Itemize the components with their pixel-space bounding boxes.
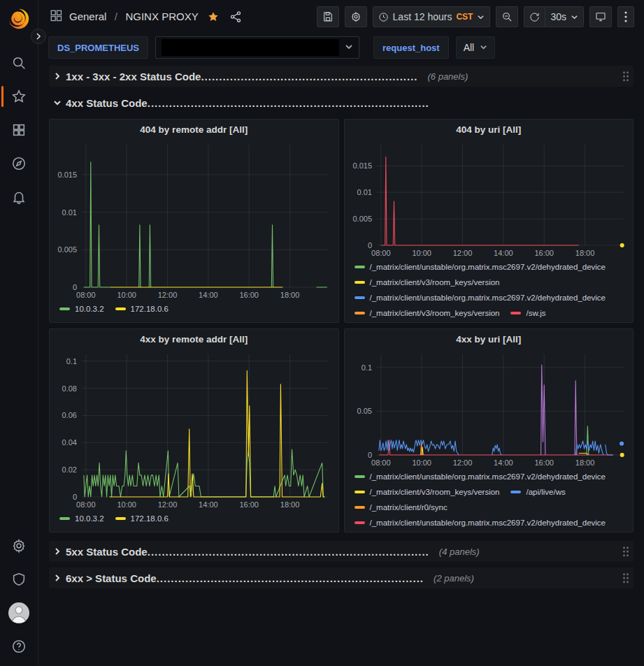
row-header-1xx[interactable]: 1xx - 3xx - 2xx Status Code ............… <box>49 66 634 87</box>
legend-swatch <box>355 281 365 284</box>
monitor-icon <box>595 11 606 22</box>
chart-plot-area[interactable]: 00.0050.010.01508:0010:0012:0014:0016:00… <box>345 139 634 259</box>
legend-swatch <box>59 307 70 310</box>
svg-text:14:00: 14:00 <box>494 458 513 467</box>
row-drag-handle[interactable] <box>622 71 629 82</box>
chart-plot-area[interactable]: 00.020.040.060.080.108:0010:0012:0014:00… <box>50 349 338 511</box>
legend-item[interactable]: 10.0.3.2 <box>59 512 104 525</box>
star-nav-icon[interactable] <box>0 80 38 113</box>
refresh-icon <box>529 12 540 22</box>
save-icon <box>322 11 334 22</box>
svg-text:0.01: 0.01 <box>62 208 77 217</box>
legend-item[interactable]: /_matrix/client/v3/room_keys/version <box>355 276 500 289</box>
chevron-down-icon <box>571 13 578 21</box>
row-header-6xx[interactable]: 6xx > Status Code ......................… <box>49 567 634 588</box>
chart-plot-area[interactable]: 00.050.108:0010:0012:0014:0016:0018:00 <box>345 349 634 469</box>
request-host-variable-label[interactable]: request_host <box>373 36 449 59</box>
panel-legend: 10.0.3.2172.18.0.6 <box>50 511 338 532</box>
legend-item[interactable]: /_matrix/client/unstable/org.matrix.msc2… <box>355 291 606 304</box>
kebab-menu-button[interactable] <box>617 6 634 27</box>
explore-compass-icon[interactable] <box>0 147 38 180</box>
legend-swatch <box>510 312 521 314</box>
legend-label: 172.18.0.6 <box>131 512 169 525</box>
panel-title[interactable]: 4xx by uri [All] <box>345 329 634 349</box>
panel-4xx-by-uri-all-: 4xx by uri [All]00.050.108:0010:0012:001… <box>344 328 634 533</box>
breadcrumb-section[interactable]: General <box>69 10 106 22</box>
refresh-interval-picker[interactable]: 30s <box>545 6 584 27</box>
svg-text:0.1: 0.1 <box>66 357 77 365</box>
legend-label: /sw.js <box>526 307 545 319</box>
row-title-dots: ........................................… <box>201 71 417 82</box>
svg-text:10:00: 10:00 <box>117 291 136 299</box>
kebab-icon <box>624 11 627 22</box>
favorite-star-icon[interactable] <box>204 8 222 26</box>
row-drag-handle[interactable] <box>622 572 629 584</box>
grafana-logo[interactable] <box>7 7 31 31</box>
sidebar-expand-button[interactable] <box>31 29 46 44</box>
timezone-label: CST <box>456 12 473 22</box>
zoom-out-button[interactable] <box>496 6 518 27</box>
chevron-right-icon <box>53 547 62 556</box>
avatar-image <box>8 602 29 623</box>
legend-label: /_matrix/client/unstable/org.matrix.msc2… <box>370 291 606 304</box>
svg-text:18:00: 18:00 <box>575 458 594 467</box>
admin-shield-icon[interactable] <box>0 563 38 596</box>
row-drag-handle[interactable] <box>622 546 629 557</box>
tv-kiosk-button[interactable] <box>589 6 612 27</box>
legend-label: /_matrix/client/unstable/org.matrix.msc2… <box>370 516 606 529</box>
legend-item[interactable]: /_matrix/client/v3/room_keys/version <box>355 307 500 319</box>
panel-title[interactable]: 4xx by remote addr [All] <box>50 329 338 349</box>
user-avatar[interactable] <box>0 596 38 630</box>
legend-item[interactable]: /_matrix/client/unstable/org.matrix.msc2… <box>355 516 606 529</box>
legend-item[interactable]: /sw.js <box>510 307 545 319</box>
time-range-picker[interactable]: Last 12 hours CST <box>373 6 491 27</box>
legend-item[interactable]: 172.18.0.6 <box>115 512 169 525</box>
time-range-label: Last 12 hours <box>393 11 452 22</box>
svg-text:0.015: 0.015 <box>57 171 77 179</box>
datasource-variable-label[interactable]: DS_PROMETHEUS <box>48 36 148 59</box>
save-button[interactable] <box>317 6 339 27</box>
panel-404-by-remote-addr-all-: 404 by remote addr [All]00.0050.010.0150… <box>49 119 339 323</box>
panel-legend: 10.0.3.2172.18.0.6 <box>50 301 338 322</box>
chart-plot-area[interactable]: 00.0050.010.01508:0010:0012:0014:0016:00… <box>50 139 338 301</box>
panel-title[interactable]: 404 by remote addr [All] <box>50 120 338 139</box>
dashboard-title[interactable]: NGINX PROXY <box>125 10 198 22</box>
svg-text:0.01: 0.01 <box>357 188 371 196</box>
search-icon[interactable] <box>0 46 38 80</box>
datasource-variable-select[interactable] <box>155 36 359 59</box>
legend-item[interactable]: /api/live/ws <box>510 486 565 498</box>
variables-bar: DS_PROMETHEUS request_host All <box>38 34 644 61</box>
svg-text:18:00: 18:00 <box>280 291 300 299</box>
svg-text:10:00: 10:00 <box>412 458 431 467</box>
zoom-out-icon <box>501 11 513 22</box>
legend-item[interactable]: /_matrix/client/unstable/org.matrix.msc2… <box>355 261 606 273</box>
settings-gear-icon[interactable] <box>0 529 38 563</box>
row-header-5xx[interactable]: 5xx Status Code ........................… <box>49 541 634 562</box>
dashboard-settings-button[interactable] <box>345 6 367 27</box>
svg-text:0.005: 0.005 <box>352 215 372 223</box>
request-host-variable-select[interactable]: All <box>456 36 496 59</box>
row-header-4xx[interactable]: 4xx Status Code ........................… <box>49 92 634 113</box>
alerting-bell-icon[interactable] <box>0 180 38 214</box>
legend-item[interactable]: /_matrix/client/v3/room_keys/version <box>355 486 500 498</box>
legend-swatch <box>115 517 126 520</box>
svg-text:10:00: 10:00 <box>117 500 136 509</box>
sidebar <box>0 0 38 666</box>
dashboards-icon[interactable] <box>0 113 38 147</box>
refresh-button[interactable] <box>524 6 545 27</box>
share-icon[interactable] <box>227 8 245 26</box>
svg-text:12:00: 12:00 <box>158 500 178 509</box>
legend-item[interactable]: /_matrix/client/r0/sync <box>355 501 448 514</box>
sidebar-nav <box>0 46 38 214</box>
legend-label: /_matrix/client/v3/room_keys/version <box>370 276 500 289</box>
legend-swatch <box>355 475 365 478</box>
legend-item[interactable]: 172.18.0.6 <box>115 303 169 315</box>
help-icon[interactable] <box>0 630 38 663</box>
chevron-down-icon <box>480 42 487 53</box>
legend-item[interactable]: 10.0.3.2 <box>59 303 104 315</box>
legend-item[interactable]: /_matrix/client/unstable/org.matrix.msc2… <box>355 470 606 483</box>
row-title: 1xx - 3xx - 2xx Status Code <box>66 71 201 82</box>
legend-label: /_matrix/client/v3/room_keys/version <box>370 486 500 498</box>
panel-404-by-uri-all-: 404 by uri [All]00.0050.010.01508:0010:0… <box>344 119 634 323</box>
panel-title[interactable]: 404 by uri [All] <box>345 120 634 139</box>
